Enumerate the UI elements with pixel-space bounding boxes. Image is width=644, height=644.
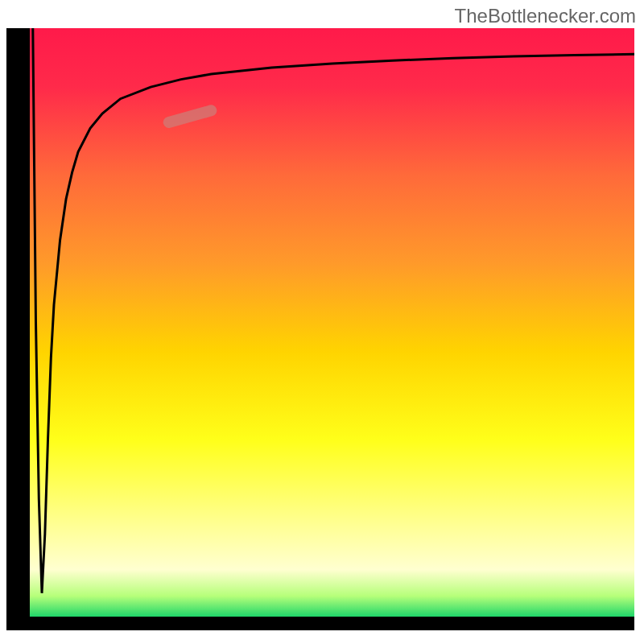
- plot-background: [30, 28, 634, 617]
- x-axis: [6, 617, 634, 630]
- watermark-text: TheBottlenecker.com: [455, 5, 636, 27]
- bottleneck-chart: TheBottlenecker.com: [0, 0, 644, 644]
- chart-svg: [0, 0, 644, 644]
- y-axis: [6, 28, 30, 628]
